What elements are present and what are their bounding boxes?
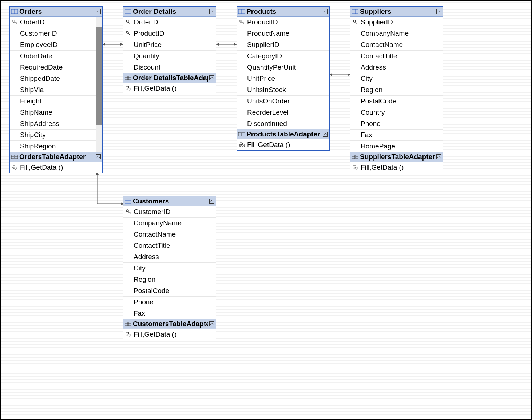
column-row[interactable]: Address — [350, 62, 443, 73]
sql-icon: SQL — [353, 165, 358, 170]
svg-rect-22 — [96, 154, 101, 159]
column-row[interactable]: CompanyName — [350, 28, 443, 39]
column-row[interactable]: Fax — [350, 130, 443, 141]
relation-products-suppliers — [329, 72, 350, 78]
column-row[interactable]: ShipAddress — [10, 118, 102, 130]
table-orders[interactable]: Orders OrderIDCustomerIDEmployeeIDOrderD… — [9, 6, 103, 173]
column-row[interactable]: OrderID — [123, 17, 216, 28]
column-row[interactable]: ShipCity — [10, 130, 102, 141]
collapse-icon[interactable] — [96, 154, 101, 159]
column-row[interactable]: UnitPrice — [237, 73, 329, 84]
table-header[interactable]: Orders — [10, 7, 102, 17]
column-name: OrderID — [134, 18, 214, 26]
column-row[interactable]: ContactTitle — [350, 51, 443, 62]
collapse-icon[interactable] — [96, 9, 101, 14]
collapse-icon[interactable] — [436, 9, 441, 14]
column-name: Phone — [361, 120, 441, 128]
scrollbar[interactable] — [96, 17, 102, 152]
column-row[interactable]: ContactName — [350, 39, 443, 51]
adapter-header[interactable]: SuppliersTableAdapter — [350, 152, 443, 162]
column-row[interactable]: Phone — [123, 297, 216, 308]
adapter-method-row[interactable]: SQL Fill,GetData () — [237, 139, 329, 150]
table-products[interactable]: Products ProductIDProductNameSupplierIDC… — [237, 6, 330, 151]
column-row[interactable]: ShippedDate — [10, 73, 102, 84]
primary-key-icon — [239, 20, 245, 25]
column-row[interactable]: City — [350, 73, 443, 84]
collapse-icon[interactable] — [323, 132, 328, 137]
column-row[interactable]: Discontinued — [237, 118, 329, 129]
table-order-details[interactable]: Order Details OrderIDProductIDUnitPriceQ… — [123, 6, 216, 94]
column-list: OrderIDProductIDUnitPriceQuantityDiscoun… — [123, 17, 216, 73]
column-row[interactable]: ContactTitle — [123, 240, 216, 251]
primary-key-icon — [126, 209, 131, 214]
adapter-method-row[interactable]: SQL Fill,GetData () — [10, 162, 102, 173]
column-row[interactable]: OrderDate — [10, 51, 102, 62]
column-row[interactable]: OrderID — [10, 17, 102, 28]
column-row[interactable]: PostalCode — [350, 96, 443, 107]
collapse-icon[interactable] — [209, 9, 214, 14]
column-name: ContactName — [134, 230, 214, 238]
column-row[interactable]: UnitsInStock — [237, 84, 329, 96]
dataset-designer-canvas[interactable]: Orders OrderIDCustomerIDEmployeeIDOrderD… — [0, 0, 532, 420]
column-row[interactable]: CustomerID — [10, 28, 102, 39]
column-row[interactable]: Country — [350, 107, 443, 118]
adapter-method: Fill,GetData () — [134, 84, 214, 92]
datatable-icon — [125, 9, 131, 15]
column-row[interactable]: ShipName — [10, 107, 102, 118]
column-row[interactable]: PostalCode — [123, 285, 216, 297]
svg-line-30 — [130, 23, 130, 23]
collapse-icon[interactable] — [436, 154, 441, 159]
table-suppliers[interactable]: Suppliers SupplierIDCompanyNameContactNa… — [350, 6, 443, 173]
table-header[interactable]: Customers — [123, 196, 216, 206]
adapter-method-row[interactable]: SQL Fill,GetData () — [350, 162, 443, 173]
collapse-icon[interactable] — [209, 75, 214, 80]
table-header[interactable]: Products — [237, 7, 329, 17]
column-row[interactable]: Phone — [350, 118, 443, 130]
adapter-header[interactable]: ProductsTableAdapter — [237, 129, 329, 139]
table-header[interactable]: Order Details — [123, 7, 216, 17]
adapter-header[interactable]: OrdersTableAdapter — [10, 152, 102, 162]
column-row[interactable]: Quantity — [123, 51, 216, 62]
adapter-header[interactable]: CustomersTableAdapter — [123, 319, 216, 329]
column-row[interactable]: Fax — [123, 308, 216, 319]
column-row[interactable]: ProductName — [237, 28, 329, 39]
table-title: Order Details — [133, 8, 208, 16]
column-name: ContactTitle — [134, 242, 214, 250]
adapter-method-row[interactable]: SQL Fill,GetData () — [123, 329, 216, 340]
column-row[interactable]: Region — [350, 84, 443, 96]
column-name: Discontinued — [247, 120, 327, 128]
column-row[interactable]: ProductID — [123, 28, 216, 39]
column-row[interactable]: Address — [123, 251, 216, 263]
column-row[interactable]: EmployeeID — [10, 39, 102, 51]
column-row[interactable]: ProductID — [237, 17, 329, 28]
column-row[interactable]: SupplierID — [350, 17, 443, 28]
relation-orderdetails-products — [216, 41, 237, 47]
column-row[interactable]: UnitsOnOrder — [237, 96, 329, 107]
column-row[interactable]: SupplierID — [237, 39, 329, 51]
primary-key-icon — [12, 20, 18, 25]
adapter-method-row[interactable]: SQL Fill,GetData () — [123, 83, 216, 94]
column-row[interactable]: City — [123, 263, 216, 274]
column-row[interactable]: HomePage — [350, 141, 443, 152]
column-list: CustomerIDCompanyNameContactNameContactT… — [123, 206, 216, 319]
column-row[interactable]: RequiredDate — [10, 62, 102, 73]
column-row[interactable]: ShipRegion — [10, 141, 102, 152]
column-row[interactable]: CategoryID — [237, 51, 329, 62]
collapse-icon[interactable] — [209, 199, 214, 204]
column-row[interactable]: ReorderLevel — [237, 107, 329, 118]
column-row[interactable]: ContactName — [123, 229, 216, 240]
sql-icon: SQL — [239, 142, 245, 148]
column-row[interactable]: Freight — [10, 96, 102, 107]
column-row[interactable]: ShipVia — [10, 84, 102, 96]
column-row[interactable]: QuantityPerUnit — [237, 62, 329, 73]
collapse-icon[interactable] — [323, 9, 328, 14]
table-header[interactable]: Suppliers — [350, 7, 443, 17]
column-row[interactable]: CompanyName — [123, 218, 216, 229]
table-customers[interactable]: Customers CustomerIDCompanyNameContactNa… — [123, 196, 216, 340]
collapse-icon[interactable] — [209, 321, 214, 326]
column-row[interactable]: Region — [123, 274, 216, 285]
adapter-header[interactable]: Order DetailsTableAdapter — [123, 73, 216, 83]
column-row[interactable]: Discount — [123, 62, 216, 73]
column-row[interactable]: CustomerID — [123, 206, 216, 218]
column-row[interactable]: UnitPrice — [123, 39, 216, 51]
